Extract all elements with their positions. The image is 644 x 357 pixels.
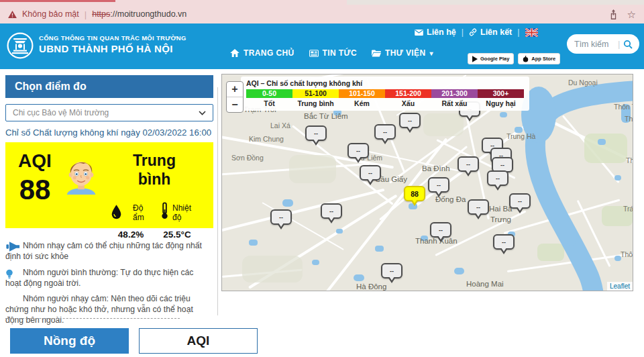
humidity-label: Độ ẩm — [133, 203, 153, 223]
chevron-down-icon: ▾ — [430, 50, 433, 57]
temperature-label: Nhiệt độ — [172, 203, 201, 223]
app-store-badge[interactable]: App Store — [518, 53, 560, 64]
nav-item-label: THƯ VIỆN — [385, 48, 426, 58]
map-zoom-control: + − — [226, 81, 244, 113]
toplink-separator: | — [462, 28, 464, 37]
legend-range-cell: 101-150 — [339, 89, 385, 98]
map-marker-nodata[interactable]: -- — [458, 156, 479, 172]
nav-item-home[interactable]: TRANG CHỦ — [230, 48, 294, 58]
map-marker-nodata[interactable]: -- — [347, 143, 369, 158]
map-marker-nodata[interactable]: -- — [270, 209, 292, 225]
map-marker-nodata[interactable]: -- — [487, 170, 508, 186]
legend-range-cell: 300+ — [478, 89, 524, 98]
nav-item-library[interactable]: THƯ VIỆN▾ — [372, 48, 433, 58]
map-marker-nodata[interactable]: -- — [381, 263, 402, 278]
map-canvas[interactable]: Trạm TrôiBắc Từ LiêmLai XáKim ChungSơn Đ… — [221, 74, 633, 291]
advisory-text: Nhóm người bình thường: Tự do thực hiện … — [5, 268, 209, 289]
aqi-button[interactable]: AQI — [139, 328, 258, 354]
share-icon[interactable] — [609, 9, 618, 19]
aqi-category: Trung bình — [126, 152, 182, 189]
station-dropdown[interactable]: Chi cục Bảo vệ Môi trường — [5, 104, 213, 121]
nav-item-label: TRANG CHỦ — [244, 48, 294, 58]
map-marker-nodata[interactable]: -- — [468, 199, 489, 215]
legend-title: AQI – Chỉ số chất lượng không khí — [246, 79, 524, 87]
envelope-icon — [415, 30, 423, 36]
map-marker-nodata[interactable]: -- — [360, 165, 381, 181]
link-connect[interactable]: Liên kết — [469, 28, 512, 37]
site-header: CỔNG THÔNG TIN QUAN TRẮC MÔI TRƯỜNG UBND… — [0, 23, 644, 69]
uk-flag-icon[interactable] — [525, 28, 538, 37]
warning-icon — [8, 11, 17, 18]
legend-color-bar: 0-5051-100101-150151-200201-300300+ — [246, 89, 524, 98]
link-connect-label: Liên kết — [480, 28, 512, 37]
zoom-in-button[interactable]: + — [227, 82, 243, 97]
address-divider: | — [85, 9, 87, 19]
header-top-links: Liên hệ | Liên kết | — [415, 28, 538, 37]
main-nav: TRANG CHỦTIN TỨCTHƯ VIỆN▾ — [230, 48, 433, 58]
search-input[interactable] — [573, 39, 614, 50]
chevron-down-icon — [199, 111, 206, 115]
legend-category-labels: TốtTrung bìnhKémXấuRất xấuNguy hại — [246, 98, 524, 107]
home-icon — [230, 49, 239, 57]
nav-item-label: TIN TỨC — [323, 48, 357, 58]
map-marker-nodata[interactable]: -- — [399, 113, 421, 128]
legend-range-cell: 0-50 — [246, 89, 292, 98]
legend-category-label: Trung bình — [292, 99, 339, 107]
temperature-value: 25.5°C — [160, 230, 195, 240]
advisory-item: Nhóm người nhạy cảm: Nên theo dõi các tr… — [5, 294, 209, 326]
news-icon — [309, 50, 319, 57]
app-badges: Google Play App Store — [468, 53, 560, 64]
map-marker-nodata[interactable]: -- — [509, 193, 531, 209]
legend-category-label: Tốt — [246, 99, 292, 107]
concentration-button[interactable]: Nồng độ — [10, 328, 129, 354]
play-icon — [472, 56, 478, 62]
map-marker-nodata[interactable]: -- — [428, 177, 449, 193]
search-icon[interactable] — [623, 40, 633, 49]
legend-range-cell: 51-100 — [292, 89, 339, 98]
search-divider: | — [618, 39, 620, 49]
page-url[interactable]: https://moitruongthudo.vn — [92, 9, 186, 19]
map-marker-aqi[interactable]: 88 — [404, 186, 425, 201]
legend-range-cell: 151-200 — [385, 89, 431, 98]
link-icon — [469, 28, 477, 36]
url-rest: ://moitruongthudo.vn — [110, 9, 186, 19]
humidity-value: 48.2% — [115, 230, 146, 240]
aqi-value: 88 — [9, 176, 60, 204]
legend-category-label: Kém — [339, 99, 385, 107]
site-title-line1: CỔNG THÔNG TIN QUAN TRẮC MÔI TRƯỜNG — [39, 34, 186, 42]
search-box: | — [567, 34, 639, 54]
security-warning: Không bảo mật — [22, 9, 79, 19]
panel-dashed-divider — [5, 318, 180, 319]
toplink-separator: | — [517, 28, 519, 37]
link-contact-label: Liên hệ — [427, 28, 456, 37]
site-logo[interactable] — [7, 32, 34, 62]
nav-item-news[interactable]: TIN TỨC — [309, 48, 357, 58]
site-title-line2: UBND THÀNH PHỐ HÀ NỘI — [39, 42, 186, 56]
map-marker-nodata[interactable]: -- — [430, 222, 451, 238]
google-play-label: Google Play — [480, 56, 509, 62]
megaphone-icon — [5, 242, 20, 255]
map-marker-nodata[interactable]: -- — [321, 203, 342, 219]
browser-address-bar[interactable]: Không bảo mật | https://moitruongthudo.v… — [0, 5, 644, 23]
zoom-out-button[interactable]: − — [227, 97, 243, 112]
google-play-badge[interactable]: Google Play — [468, 53, 514, 64]
link-contact[interactable]: Liên hệ — [415, 28, 456, 37]
station-dropdown-value: Chi cục Bảo vệ Môi trường — [13, 108, 109, 117]
tab-strip-window — [347, 0, 644, 5]
lightbulb-icon — [5, 268, 13, 283]
aqi-label: AQI — [9, 152, 60, 170]
aqi-summary-card: AQI 88 — [5, 142, 213, 228]
panel-divider — [217, 87, 218, 315]
folder-icon — [372, 50, 381, 57]
map-marker-nodata[interactable]: -- — [493, 234, 515, 250]
map-attribution[interactable]: Leaflet — [607, 282, 633, 291]
aqi-face-illustration — [62, 156, 101, 197]
advisory-text: Nhóm nhạy cảm có thể chịu những tác động… — [5, 241, 209, 262]
app-store-label: App Store — [531, 56, 555, 62]
map-marker-nodata[interactable]: -- — [305, 125, 327, 141]
advisory-item: Nhóm nhạy cảm có thể chịu những tác động… — [5, 241, 209, 262]
bookmark-star-icon[interactable]: ☆ — [627, 9, 636, 19]
tab-strip-accent — [0, 0, 115, 2]
panel-title: Chọn điểm đo — [5, 75, 213, 98]
map-marker-nodata[interactable]: -- — [374, 124, 396, 140]
